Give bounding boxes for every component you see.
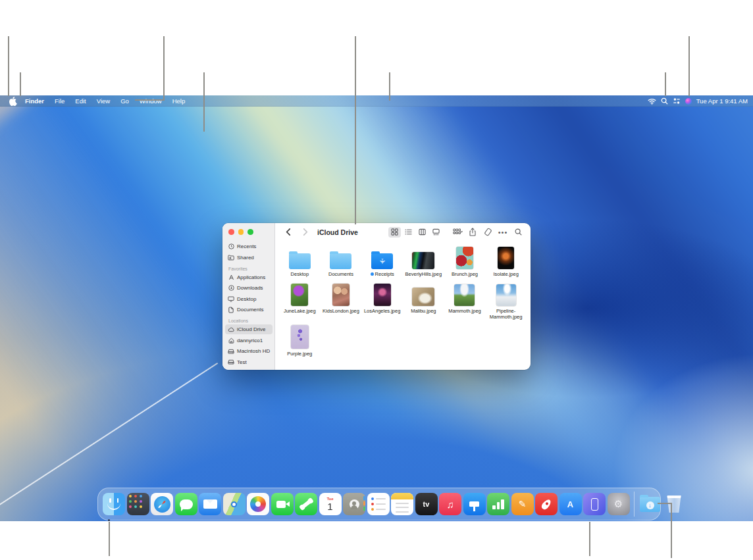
menu-item-finder[interactable]: Finder	[20, 95, 49, 107]
sidebar-item-recents[interactable]: Recents	[225, 242, 273, 251]
dock-rocket-app-icon[interactable]	[535, 493, 558, 515]
photo-thumbnail	[291, 284, 308, 306]
dock-maps-icon[interactable]	[223, 493, 246, 515]
photo-thumbnail	[291, 325, 309, 349]
menu-bar-clock[interactable]: Tue Apr 1 9:41 AM	[696, 97, 748, 105]
zoom-button[interactable]	[247, 229, 253, 235]
dock-app-store-icon[interactable]: A	[559, 493, 582, 515]
close-button[interactable]	[228, 229, 234, 235]
photo-thumbnail	[454, 284, 475, 306]
callout-line-desktop	[203, 72, 205, 132]
dock-contacts-icon[interactable]	[343, 493, 365, 515]
dock-finder-icon[interactable]	[103, 493, 125, 515]
more-actions-icon[interactable]: •••	[498, 227, 508, 238]
dock-trash-icon[interactable]	[663, 493, 685, 515]
dock-messages-icon[interactable]	[175, 493, 197, 515]
photo-thumbnail	[374, 284, 391, 306]
file-kidslondon[interactable]: KidsLondon.jpeg	[321, 281, 362, 320]
file-brunch[interactable]: Brunch.jpeg	[444, 244, 486, 277]
menu-bar: Finder File Edit View Go Window Help	[0, 95, 753, 107]
dock-notes-icon[interactable]	[391, 493, 413, 515]
sidebar-item-macintosh-hd[interactable]: Macintosh HD	[225, 346, 273, 356]
document-icon	[228, 307, 234, 313]
apple-menu[interactable]	[5, 97, 20, 105]
menu-item-help[interactable]: Help	[167, 95, 191, 107]
file-pipeline-mammoth[interactable]: Pipeline-Mammoth.jpeg	[485, 281, 527, 320]
dock-reminders-icon[interactable]	[367, 493, 390, 515]
sidebar-item-test[interactable]: Test	[225, 357, 273, 367]
icon-view-button[interactable]	[388, 227, 401, 238]
cloud-icon	[228, 327, 234, 332]
back-button[interactable]	[283, 227, 294, 238]
dock-numbers-icon[interactable]	[487, 493, 509, 515]
dock-system-settings-icon[interactable]: ⚙	[608, 493, 630, 515]
dock-calendar-icon[interactable]: Tue1	[319, 493, 342, 515]
share-icon[interactable]	[467, 227, 478, 238]
sidebar-item-desktop[interactable]: Desktop	[225, 294, 273, 304]
photo-thumbnail	[332, 284, 350, 306]
dock-music-icon[interactable]: ♫	[439, 493, 461, 515]
dock-tv-icon[interactable]: tv	[415, 493, 438, 515]
dock-mail-icon[interactable]	[199, 493, 221, 515]
wifi-icon[interactable]	[648, 98, 656, 105]
search-icon[interactable]	[513, 227, 523, 238]
dock-phone-icon[interactable]	[295, 493, 317, 515]
dock-safari-icon[interactable]	[151, 493, 173, 515]
menu-item-view[interactable]: View	[91, 95, 115, 107]
sidebar-item-shared[interactable]: Shared	[225, 253, 273, 263]
dock-pages-icon[interactable]: ✎	[511, 493, 534, 515]
dock-keynote-icon[interactable]	[463, 493, 486, 515]
sidebar-item-applications[interactable]: Applications	[225, 272, 273, 282]
file-desktop[interactable]: Desktop	[279, 244, 321, 277]
file-junelake[interactable]: JuneLake.jpeg	[279, 281, 321, 320]
callout-line-wifi	[665, 72, 666, 96]
shared-folder-icon	[228, 255, 234, 261]
file-purple[interactable]: Purple.jpeg	[279, 324, 321, 357]
control-center-icon[interactable]	[673, 97, 681, 105]
file-mammoth[interactable]: Mammoth.jpeg	[444, 281, 486, 320]
clock-icon	[228, 243, 234, 249]
list-view-button[interactable]	[402, 227, 415, 238]
menu-item-file[interactable]: File	[49, 95, 70, 107]
dock-facetime-icon[interactable]	[271, 493, 294, 515]
photo-thumbnail	[412, 288, 434, 306]
callout-line-control-center	[688, 36, 690, 96]
menu-item-window[interactable]: Window	[134, 95, 167, 107]
sidebar-item-downloads[interactable]: Downloads	[225, 283, 273, 293]
forward-button[interactable]	[300, 227, 311, 238]
callout-line-finder-dock	[109, 522, 110, 556]
photo-thumbnail	[498, 247, 514, 269]
finder-running-indicator	[108, 519, 110, 521]
photo-thumbnail	[412, 252, 434, 269]
siri-icon[interactable]	[685, 98, 692, 105]
dock-photos-icon[interactable]	[247, 493, 269, 515]
spotlight-search-icon[interactable]	[661, 97, 668, 105]
photo-thumbnail	[496, 284, 516, 306]
file-documents[interactable]: Documents	[321, 244, 362, 277]
menu-item-edit[interactable]: Edit	[70, 95, 91, 107]
callout-line-apple-menu	[8, 36, 9, 96]
callout-line-system-settings-dock	[589, 522, 590, 556]
dock-downloads-folder-icon[interactable]: ↓	[639, 493, 662, 515]
dock-iphone-mirroring-icon[interactable]	[583, 493, 606, 515]
column-view-button[interactable]	[416, 227, 428, 238]
sidebar-item-dannyrico1[interactable]: dannyrico1	[225, 336, 273, 345]
file-beverlyhills[interactable]: BeverlyHills.jpeg	[403, 244, 444, 277]
gallery-view-button[interactable]	[430, 227, 442, 238]
tag-icon[interactable]	[482, 227, 493, 238]
sidebar-item-documents[interactable]: Documents	[225, 305, 273, 315]
file-isolate[interactable]: Isolate.jpeg	[485, 244, 527, 277]
sidebar-item-icloud-drive[interactable]: iCloud Drive	[225, 324, 273, 334]
group-by-button[interactable]	[452, 227, 463, 238]
menu-item-go[interactable]: Go	[115, 95, 134, 107]
hard-drive-icon	[228, 349, 234, 354]
file-malibu[interactable]: Malibu.jpeg	[403, 281, 444, 320]
file-grid: Desktop Documents Receipts BeverlyHills.…	[279, 244, 527, 357]
finder-window: Recents Shared Favorites Applications Do…	[222, 223, 531, 370]
file-losangeles[interactable]: LosAngeles.jpeg	[361, 281, 403, 320]
callout-connector-help	[135, 99, 165, 101]
dock-divider	[634, 492, 635, 517]
dock-launchpad-icon[interactable]	[127, 493, 149, 515]
file-receipts[interactable]: Receipts	[361, 244, 403, 277]
minimize-button[interactable]	[238, 229, 244, 235]
